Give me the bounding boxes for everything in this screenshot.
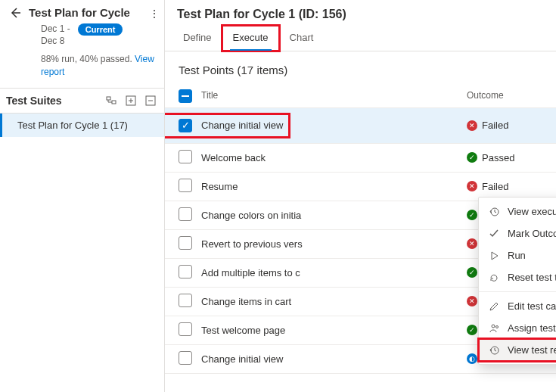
page-title: Test Plan for Cycle 1 (ID: 156) <box>165 0 556 26</box>
row-checkbox[interactable] <box>179 179 192 192</box>
menu-view-result[interactable]: View test result <box>479 339 556 361</box>
more-icon[interactable]: ⋮ <box>149 8 160 20</box>
suite-item[interactable]: Test Plan for Cycle 1 (17) <box>0 114 164 137</box>
outcome-text: Passed <box>482 152 514 163</box>
stats-text: 88% run, 40% passed. <box>41 54 135 64</box>
menu-label: Mark Outcome <box>508 228 556 239</box>
row-checkbox[interactable]: ✓ <box>179 119 192 132</box>
sidebar-header: Test Plan for Cycle ⋮ Dec 1 - Dec 8 Curr… <box>0 0 164 88</box>
table-header: Title Outcome <box>165 84 556 108</box>
row-checkbox[interactable] <box>179 265 192 278</box>
fail-icon: ✕ <box>467 238 477 249</box>
table-row[interactable]: ✓Change initial view✕Failed <box>165 108 556 144</box>
table-row[interactable]: Welcome back✓Passed <box>165 144 556 173</box>
select-all-checkbox[interactable] <box>179 89 192 103</box>
pencil-icon <box>488 301 500 312</box>
menu-view-history[interactable]: View execution history <box>479 201 556 222</box>
main-panel: Test Plan for Cycle 1 (ID: 156) Define E… <box>165 0 556 392</box>
menu-label: Edit test case <box>508 300 556 312</box>
outcome-text: Failed <box>482 181 508 192</box>
result-icon <box>488 345 500 356</box>
date-end: Dec 8 <box>41 36 70 48</box>
svg-point-6 <box>496 325 499 328</box>
current-badge: Current <box>78 23 123 36</box>
suite-tree-icon[interactable] <box>104 93 119 108</box>
check-icon <box>488 229 500 239</box>
row-outcome: ✓Passed <box>467 152 542 163</box>
menu-assign[interactable]: Assign tester <box>479 317 556 339</box>
svg-point-5 <box>492 325 495 328</box>
row-title: Change items in cart <box>201 296 291 307</box>
menu-label: View test result <box>508 344 556 356</box>
fail-icon: ✕ <box>467 120 477 131</box>
row-title: Change colors on initia <box>201 210 301 221</box>
pass-icon: ✓ <box>467 210 477 220</box>
menu-label: View execution history <box>508 206 556 217</box>
fail-icon: ✕ <box>467 296 477 306</box>
menu-label: Assign tester <box>508 322 556 334</box>
row-title: Test welcome page <box>201 325 285 336</box>
col-title[interactable]: Title <box>201 90 467 101</box>
menu-separator <box>479 291 556 292</box>
menu-label: Reset test to active <box>508 272 556 283</box>
row-checkbox[interactable] <box>179 322 192 336</box>
add-suite-icon[interactable] <box>123 93 138 108</box>
row-title: Add multiple items to c <box>201 267 300 278</box>
svg-rect-1 <box>112 101 116 104</box>
row-outcome: ✕Failed <box>467 120 542 131</box>
date-range: Dec 1 - Dec 8 <box>41 23 70 47</box>
tab-define[interactable]: Define <box>172 26 222 51</box>
row-outcome: ✕Failed <box>467 181 542 192</box>
row-checkbox[interactable] <box>179 150 192 163</box>
fail-icon: ✕ <box>467 181 477 191</box>
content-area: Test Points (17 items) Title Outcome ✓Ch… <box>165 51 556 392</box>
row-title: Welcome back <box>201 152 266 163</box>
history-icon <box>488 207 500 217</box>
date-start: Dec 1 - <box>41 23 70 36</box>
menu-mark-outcome[interactable]: Mark Outcome <box>479 222 556 244</box>
menu-reset[interactable]: Reset test to active <box>479 266 556 288</box>
tab-bar: Define Execute Chart <box>165 26 556 51</box>
pass-icon: ✓ <box>467 152 477 163</box>
suites-label: Test Suites <box>6 95 99 107</box>
tab-chart[interactable]: Chart <box>279 26 325 51</box>
row-title: Revert to previous vers <box>201 238 303 250</box>
progress-icon: ◐ <box>467 353 477 364</box>
row-checkbox[interactable] <box>179 294 192 307</box>
row-title: Change initial view <box>201 353 283 365</box>
row-checkbox[interactable] <box>179 351 192 365</box>
svg-rect-0 <box>107 97 110 100</box>
section-title: Test Points (17 items) <box>165 51 556 84</box>
run-stats: 88% run, 40% passed. View report <box>41 53 155 79</box>
suites-header: Test Suites <box>0 88 164 114</box>
play-icon <box>488 250 500 261</box>
person-icon <box>488 323 500 334</box>
sidebar: Test Plan for Cycle ⋮ Dec 1 - Dec 8 Curr… <box>0 0 165 392</box>
pass-icon: ✓ <box>467 325 477 335</box>
context-menu: View execution history Mark Outcome Run … <box>478 197 556 365</box>
sidebar-title: Test Plan for Cycle <box>29 6 130 19</box>
tab-execute[interactable]: Execute <box>222 26 279 51</box>
collapse-suite-icon[interactable] <box>143 93 158 108</box>
menu-label: Run <box>508 250 526 261</box>
back-icon[interactable] <box>9 7 21 19</box>
row-checkbox[interactable] <box>179 236 192 250</box>
pass-icon: ✓ <box>467 267 477 278</box>
col-outcome[interactable]: Outcome <box>467 90 542 101</box>
menu-edit[interactable]: Edit test case <box>479 295 556 317</box>
outcome-text: Failed <box>482 120 508 131</box>
menu-run[interactable]: Run <box>479 244 556 266</box>
row-checkbox[interactable] <box>179 207 192 221</box>
reset-icon <box>488 272 500 283</box>
row-title: Change initial view <box>201 120 283 131</box>
row-title: Resume <box>201 181 238 192</box>
